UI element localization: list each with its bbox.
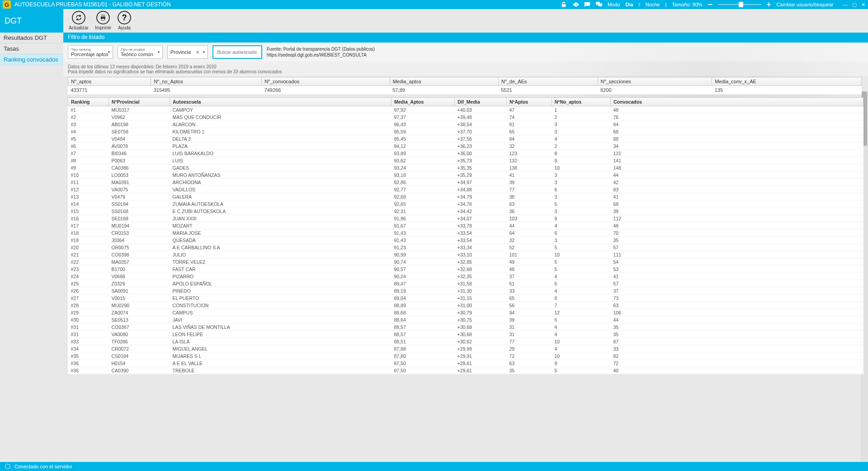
table-cell: 48 — [611, 222, 863, 229]
table-row[interactable]: #36CA0390TREBOLE87,50+29,6135540 — [68, 367, 863, 374]
table-row[interactable]: #1MU0317CAMPOY97,92+40,0347148 — [68, 106, 863, 114]
table-row[interactable]: #23B1700FAST CAR90,57+32,6848553 — [68, 266, 863, 273]
table-cell: #22 — [68, 258, 109, 266]
table-cell: CR0153 — [109, 229, 170, 237]
table-row[interactable]: #13V0479GALERA92,68+34,7938341 — [68, 193, 863, 200]
column-header[interactable]: Ranking — [68, 98, 109, 106]
table-cell: 93,62 — [392, 157, 455, 164]
sidebar-item-tasas[interactable]: Tasas — [0, 43, 63, 54]
table-row[interactable]: #31CO0367LAS VIÑAS DE MONTILLA88,57+30,6… — [68, 324, 863, 331]
help-button[interactable]: ? Ayuda — [118, 11, 131, 30]
table-row[interactable]: #18J0364QUESADA91,43+33,5432335 — [68, 237, 863, 244]
table-row[interactable]: #16SE0168JUAN XXIII91,96+34,071039112 — [68, 215, 863, 222]
table-cell: 32 — [507, 237, 552, 244]
sidebar-item-ranking[interactable]: Ranking convocados — [0, 54, 63, 65]
summary-header[interactable]: Nº_aptos — [68, 77, 151, 86]
table-cell: 47 — [507, 106, 552, 114]
table-row[interactable]: #22MA0357TORRE VELEZ90,74+32,8549554 — [68, 258, 863, 266]
table-cell: V0484 — [109, 135, 170, 143]
table-row[interactable]: #10LO0053MURO ANTOÑANZAS93,18+35,2941344 — [68, 171, 863, 179]
table-row[interactable]: #6AV0078PLAZA94,12+36,2332234 — [68, 143, 863, 150]
summary-header[interactable]: Media_conv_x_AE — [712, 77, 862, 86]
table-cell: 103 — [507, 215, 552, 222]
table-row[interactable]: #15SS0168E C ZUBI AUTOESKOLA92,31+34,423… — [68, 208, 863, 215]
table-cell: 91,96 — [392, 215, 455, 222]
summary-header[interactable]: Nº_de_AEs — [498, 77, 598, 86]
table-row[interactable]: #9CA0386GADES93,24+35,3513810148 — [68, 164, 863, 171]
table-row[interactable]: #31VA0080LEON FELIPE88,57+30,6831435 — [68, 331, 863, 338]
table-cell: 92,77 — [392, 186, 455, 193]
megaphone-icon[interactable] — [572, 1, 579, 8]
table-row[interactable]: #35CS0184MIJARES S L87,80+29,91721082 — [68, 352, 863, 360]
table-row[interactable]: #2V0962MAS QUE CONDUCIR97,37+39,4874276 — [68, 114, 863, 121]
table-row[interactable]: #11MA0391ARCHIDONA92,86+34,9739342 — [68, 179, 863, 186]
table-row[interactable]: #5V0484DELTA 395,45+37,5684488 — [68, 135, 863, 143]
mode-night[interactable]: Noche — [646, 2, 660, 7]
refresh-button[interactable]: Actualizar — [69, 11, 89, 30]
table-cell: +29,61 — [455, 367, 507, 374]
ranking-type-select[interactable]: Tipo ranking Porcentaje aptos ▼ — [68, 45, 113, 59]
table-cell: SE0758 — [109, 128, 170, 135]
close-icon[interactable]: ✕ — [861, 2, 865, 8]
print-button[interactable]: Imprimir — [95, 11, 111, 30]
table-row[interactable]: #28MU0290CONSTITUCION88,89+31,0056763 — [68, 302, 863, 309]
change-user-link[interactable]: Cambiar usuario/bloquear — [776, 2, 834, 7]
column-header[interactable]: Convocados — [611, 98, 863, 106]
unlock-icon[interactable] — [561, 1, 567, 8]
column-header[interactable]: NºNo_aptos — [552, 98, 611, 106]
column-header[interactable]: NºAptos — [507, 98, 552, 106]
search-input[interactable] — [212, 45, 262, 59]
zoom-out-icon[interactable]: − — [708, 0, 713, 10]
table-cell: 63 — [507, 360, 552, 367]
table-row[interactable]: #20OR0075A E CARBALLINO S A91,23+33,3452… — [68, 244, 863, 251]
summary-header[interactable]: Nº_no_Aptos — [151, 77, 262, 86]
table-cell: 35 — [611, 331, 863, 338]
table-row[interactable]: #34CR0072MIGUEL ANGEL87,88+29,9929433 — [68, 345, 863, 352]
table-row[interactable]: #25Z0329APOLO ESPAÑOL89,47+31,5851657 — [68, 280, 863, 287]
column-header[interactable]: Media_Aptos — [392, 98, 455, 106]
table-row[interactable]: #3AB0198ALARCON96,43+38,5481384 — [68, 121, 863, 128]
table-cell: 31 — [507, 324, 552, 331]
table-row[interactable]: #14SS0184ZUMAIA AUTOESKOLA92,65+34,76635… — [68, 200, 863, 208]
table-row[interactable]: #7BI0346LUIS BARAKALDO93,89+36,001238131 — [68, 150, 863, 157]
chats-icon[interactable] — [596, 1, 602, 8]
zoom-in-icon[interactable]: + — [767, 0, 771, 9]
table-row[interactable]: #30SE0513JAVI88,64+30,7539544 — [68, 316, 863, 324]
table-cell: 88,57 — [392, 324, 455, 331]
table-cell: 38 — [507, 193, 552, 200]
chat-icon[interactable] — [584, 1, 590, 8]
maximize-icon[interactable]: ▢ — [852, 2, 857, 8]
column-header[interactable]: Dif_Media — [455, 98, 507, 106]
table-row[interactable]: #4SE0758KILOMETRO 195,59+37,7065368 — [68, 128, 863, 135]
table-row[interactable]: #17MU0194MOZART91,67+33,7844448 — [68, 222, 863, 229]
table-cell: BI0346 — [109, 150, 170, 157]
table-row[interactable]: #12VA0075VADILLOS92,77+34,8877683 — [68, 186, 863, 193]
table-row[interactable]: #29ZA0074CAMPUS88,68+30,799412106 — [68, 309, 863, 316]
table-row[interactable]: #8P0063LUIS93,62+35,731329141 — [68, 157, 863, 164]
table-row[interactable]: #21CO0398JULIO90,99+33,1010110111 — [68, 251, 863, 258]
table-cell: #16 — [68, 215, 109, 222]
summary-cell: 315495 — [151, 86, 262, 95]
summary-header[interactable]: Nº_convocados — [262, 77, 390, 86]
zoom-slider[interactable] — [718, 4, 761, 5]
table-cell: H0154 — [109, 360, 170, 367]
sidebar-item-resultados[interactable]: Resultados DGT — [0, 33, 63, 43]
table-row[interactable]: #18CR0153MARIA JOSE91,43+33,5464670 — [68, 229, 863, 237]
summary-header[interactable]: Media_aptos — [390, 77, 498, 86]
test-type-select[interactable]: Tipo de prueba Teórico común ▼ — [118, 45, 163, 59]
mode-day[interactable]: Día — [625, 2, 633, 7]
province-select[interactable]: Provincia ✕ ▼ — [167, 45, 208, 59]
table-cell: JUAN XXIII — [170, 215, 392, 222]
chevron-down-icon: ▼ — [202, 50, 206, 54]
summary-header[interactable]: Nº_secciones — [598, 77, 712, 86]
clear-icon[interactable]: ✕ — [196, 50, 199, 55]
table-row[interactable]: #36H0154A E EL VALLE87,50+29,6163972 — [68, 360, 863, 367]
table-row[interactable]: #27V0015EL PUERTO89,04+31,1565873 — [68, 295, 863, 302]
refresh-icon — [75, 14, 82, 21]
table-row[interactable]: #33TF0286LA ISLA88,51+30,62771087 — [68, 338, 863, 345]
column-header[interactable]: NºProvincial — [109, 98, 170, 106]
table-row[interactable]: #24V0688PIZARRO90,24+32,3537441 — [68, 273, 863, 280]
column-header[interactable]: Autoescuela — [170, 98, 392, 106]
table-row[interactable]: #26SA0091PINEDO89,19+31,3033437 — [68, 287, 863, 295]
minimize-icon[interactable]: — — [843, 2, 848, 8]
